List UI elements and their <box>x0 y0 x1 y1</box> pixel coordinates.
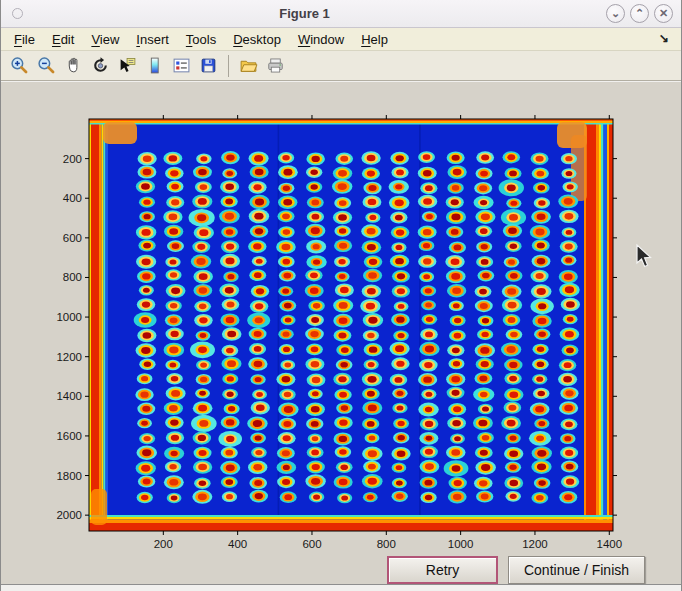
spot-center <box>143 155 152 161</box>
zoom-in-icon[interactable] <box>8 54 31 78</box>
spot-center <box>395 184 402 189</box>
open-folder-icon[interactable] <box>237 54 260 78</box>
colorbar-icon[interactable] <box>143 54 166 78</box>
spot-center <box>169 214 178 221</box>
spot-center <box>481 332 488 337</box>
spot-center <box>341 495 348 500</box>
spot-center <box>198 435 206 441</box>
spot-center <box>509 362 517 368</box>
spot-center <box>535 156 543 162</box>
spot-center <box>426 214 433 219</box>
spot-center <box>143 199 150 204</box>
spot-center <box>255 199 264 206</box>
spot-center <box>198 347 207 354</box>
continue-finish-button[interactable]: Continue / Finish <box>508 556 645 584</box>
spot-center <box>451 449 460 456</box>
y-tick-label: 200 <box>63 153 82 165</box>
spot-center <box>339 436 347 442</box>
spot-center <box>453 169 462 176</box>
spot-center <box>537 347 544 352</box>
spot-center <box>198 450 206 456</box>
window-bottom-edge <box>1 584 681 591</box>
data-cursor-icon[interactable] <box>116 54 139 78</box>
spot-center <box>509 464 516 469</box>
spot-center <box>142 449 151 456</box>
spot-center <box>199 480 207 486</box>
menu-window[interactable]: Window <box>298 32 344 47</box>
spot-center <box>453 406 461 412</box>
spot-center <box>481 155 489 161</box>
spot-center <box>311 227 320 234</box>
menu-edit[interactable]: Edit <box>52 32 74 47</box>
edge-band <box>89 517 613 520</box>
menu-desktop[interactable]: Desktop <box>233 32 281 47</box>
spot-center <box>508 405 516 411</box>
spot-center <box>339 449 347 455</box>
spot-center <box>253 243 261 249</box>
edge-band <box>91 119 99 531</box>
spot-center <box>368 185 376 191</box>
spot-center <box>507 346 516 353</box>
spot-center <box>451 258 460 265</box>
title-bar[interactable]: Figure 1 ⌄ ⌃ ✕ <box>1 0 681 28</box>
x-tick-label: 200 <box>154 538 173 550</box>
spot-center <box>312 464 320 470</box>
spot-center <box>423 154 431 160</box>
spot-center <box>226 419 235 425</box>
heatmap-image: 2004006008001000120014002004006008001000… <box>41 109 661 559</box>
spot-center <box>255 435 262 440</box>
y-tick-label: 1600 <box>56 430 82 442</box>
maximize-button[interactable]: ⌃ <box>630 4 649 23</box>
edge-band <box>89 515 613 517</box>
spot-center <box>313 244 320 249</box>
spot-center <box>171 331 179 337</box>
dock-figure-icon[interactable]: ↘ <box>659 31 669 45</box>
spot-center <box>397 421 404 426</box>
spot-center <box>226 244 234 250</box>
spot-center <box>199 304 207 310</box>
spot-center <box>452 155 460 161</box>
spot-center <box>367 391 375 397</box>
legend-icon[interactable] <box>170 54 193 78</box>
spot-center <box>341 405 348 411</box>
pan-icon[interactable] <box>62 54 85 78</box>
spot-center <box>170 317 178 323</box>
save-icon[interactable] <box>197 54 220 78</box>
menu-file[interactable]: File <box>14 32 35 47</box>
spot-center <box>367 421 375 427</box>
spot-center <box>397 288 405 294</box>
spot-center <box>510 243 517 249</box>
spot-center <box>143 169 152 175</box>
menu-view[interactable]: View <box>91 32 119 47</box>
shade-button[interactable]: ⌄ <box>606 4 625 23</box>
spot-center <box>312 436 319 441</box>
spot-center <box>538 200 545 206</box>
spot-center <box>198 493 207 500</box>
menu-tools[interactable]: Tools <box>186 32 216 47</box>
rotate-3d-icon[interactable] <box>89 54 112 78</box>
retry-button[interactable]: Retry <box>387 556 498 584</box>
zoom-out-icon[interactable] <box>35 54 58 78</box>
spot-center <box>225 213 234 220</box>
menu-insert[interactable]: Insert <box>136 32 169 47</box>
print-icon[interactable] <box>264 54 287 78</box>
spot-center <box>426 436 433 441</box>
spot-center <box>425 346 434 353</box>
spot-center <box>396 245 403 250</box>
y-tick-label: 1800 <box>56 470 82 482</box>
spot-center <box>310 288 319 294</box>
spot-center <box>395 199 404 206</box>
spot-center <box>565 421 573 427</box>
spot-center <box>197 244 205 250</box>
menu-help[interactable]: Help <box>361 32 388 47</box>
spot-center <box>226 317 235 323</box>
close-button[interactable]: ✕ <box>654 4 673 23</box>
x-tick-label: 600 <box>302 538 321 550</box>
spot-center <box>340 464 348 470</box>
spot-center <box>226 494 233 499</box>
spot-center <box>141 465 150 472</box>
spot-center <box>199 420 208 427</box>
spot-center <box>227 331 236 338</box>
spot-center <box>198 169 207 175</box>
edge-band <box>596 119 599 531</box>
